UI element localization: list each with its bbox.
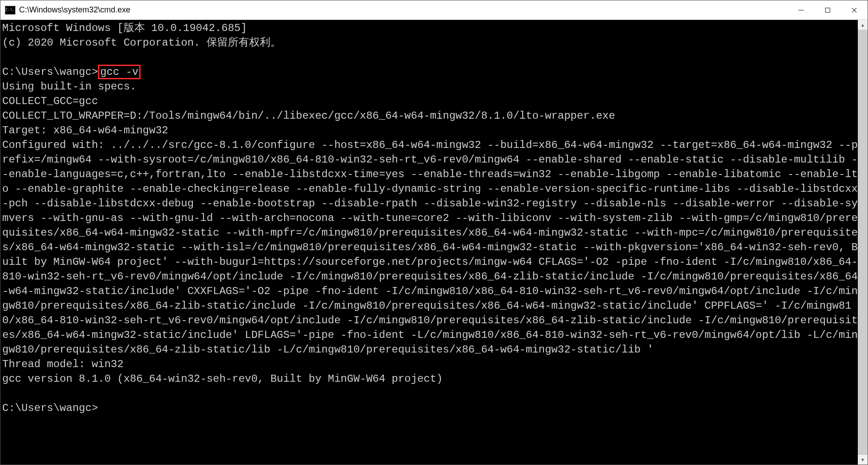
header-line-2: (c) 2020 Microsoft Corporation. 保留所有权利。 bbox=[2, 37, 281, 49]
titlebar[interactable]: C:\. C:\Windows\system32\cmd.exe bbox=[0, 0, 868, 20]
scroll-thumb[interactable] bbox=[858, 30, 868, 455]
minimize-icon bbox=[798, 7, 804, 13]
minimize-button[interactable] bbox=[788, 0, 814, 19]
cmd-app-icon: C:\. bbox=[5, 6, 16, 15]
terminal-area: Microsoft Windows [版本 10.0.19042.685] (c… bbox=[0, 20, 868, 465]
highlighted-command: gcc -v bbox=[98, 65, 141, 79]
close-icon bbox=[851, 7, 857, 13]
close-button[interactable] bbox=[841, 0, 868, 19]
maximize-icon bbox=[825, 7, 831, 13]
gcc-output-block: Using built-in specs. COLLECT_GCC=gcc CO… bbox=[2, 81, 858, 385]
svg-rect-1 bbox=[825, 8, 830, 12]
maximize-button[interactable] bbox=[814, 0, 841, 19]
header-line-1: Microsoft Windows [版本 10.0.19042.685] bbox=[2, 22, 247, 34]
terminal-output[interactable]: Microsoft Windows [版本 10.0.19042.685] (c… bbox=[0, 20, 858, 465]
window-controls bbox=[788, 0, 868, 19]
scroll-up-arrow-icon[interactable]: ▴ bbox=[858, 20, 868, 30]
scroll-track[interactable] bbox=[858, 30, 868, 455]
vertical-scrollbar[interactable]: ▴ ▾ bbox=[858, 20, 868, 465]
scroll-down-arrow-icon[interactable]: ▾ bbox=[858, 455, 868, 465]
prompt-2: C:\Users\wangc> bbox=[2, 402, 98, 414]
prompt-1-prefix: C:\Users\wangc> bbox=[2, 66, 98, 78]
window-title: C:\Windows\system32\cmd.exe bbox=[19, 5, 130, 15]
cmd-window: C:\. C:\Windows\system32\cmd.exe Microso… bbox=[0, 0, 868, 465]
cmd-app-icon-text: C:\. bbox=[5, 8, 15, 12]
